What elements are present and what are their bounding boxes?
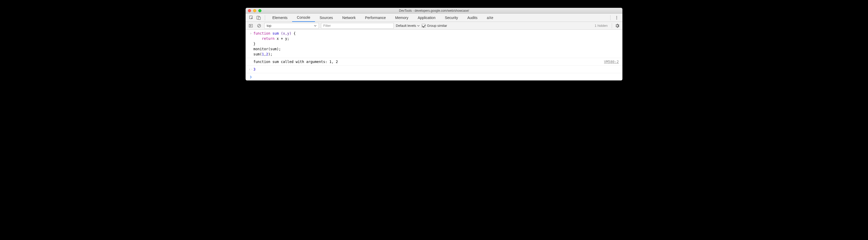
- result-value: 3: [253, 66, 620, 72]
- log-levels-selector[interactable]: Default levels: [396, 24, 420, 28]
- input-chevron-icon: ›: [248, 31, 253, 57]
- tab-label: Audits: [467, 16, 477, 20]
- context-selector[interactable]: top: [264, 23, 319, 29]
- separator: [610, 15, 611, 20]
- chevron-down-icon: [314, 24, 316, 27]
- log-gutter: [248, 59, 253, 64]
- console-body: › function sum (x,y) { return x + y; } m…: [246, 30, 622, 80]
- chevron-down-icon: [417, 24, 420, 27]
- tab-bar: Elements Console Sources Network Perform…: [246, 14, 622, 22]
- tab-audits[interactable]: Audits: [463, 14, 482, 22]
- window-title: DevTools - developers.google.com/web/sho…: [246, 9, 622, 12]
- titlebar: DevTools - developers.google.com/web/sho…: [246, 8, 622, 14]
- log-source-link[interactable]: VM580:2: [604, 59, 620, 64]
- tab-performance[interactable]: Performance: [360, 14, 390, 22]
- svg-point-5: [616, 19, 617, 19]
- devtools-window: DevTools - developers.google.com/web/sho…: [246, 8, 622, 80]
- hidden-count[interactable]: 1 hidden: [595, 24, 608, 28]
- sidebar-toggle-icon[interactable]: [248, 23, 254, 29]
- clear-console-icon[interactable]: [256, 23, 262, 29]
- console-result-row: ‹· 3: [246, 65, 622, 73]
- tab-label: Application: [417, 16, 436, 20]
- console-toolbar: top Default levels Group similar 1 hidde…: [246, 22, 622, 30]
- tab-label: Network: [342, 16, 355, 20]
- context-value: top: [267, 24, 271, 28]
- tab-memory[interactable]: Memory: [391, 14, 413, 22]
- tab-console[interactable]: Console: [292, 14, 315, 22]
- tab-label: Security: [445, 16, 458, 20]
- console-input-row[interactable]: › function sum (x,y) { return x + y; } m…: [246, 30, 622, 58]
- settings-gear-icon[interactable]: [614, 23, 620, 29]
- prompt-chevron-icon: ❯: [248, 74, 253, 79]
- svg-rect-2: [258, 17, 260, 20]
- group-similar-label: Group similar: [427, 24, 447, 28]
- levels-label: Default levels: [396, 24, 416, 28]
- checkbox-icon: [422, 24, 426, 28]
- tab-application[interactable]: Application: [413, 14, 440, 22]
- tab-label: aXe: [487, 16, 493, 20]
- separator: [265, 15, 265, 20]
- console-log-row: function sum called with arguments: 1, 2…: [246, 58, 622, 65]
- output-chevron-icon: ‹·: [248, 66, 253, 72]
- tab-label: Sources: [320, 16, 333, 20]
- tab-label: Memory: [395, 16, 408, 20]
- console-prompt-row[interactable]: ❯: [246, 73, 622, 80]
- svg-point-3: [616, 16, 617, 17]
- more-icon[interactable]: [613, 14, 620, 21]
- tab-sources[interactable]: Sources: [315, 14, 338, 22]
- tab-label: Console: [297, 15, 310, 20]
- filter-input[interactable]: [321, 23, 394, 29]
- tab-label: Performance: [365, 16, 386, 20]
- group-similar-checkbox[interactable]: Group similar: [422, 24, 447, 28]
- device-toolbar-icon[interactable]: [255, 14, 262, 21]
- log-message: function sum called with arguments: 1, 2: [253, 59, 604, 64]
- tab-axe[interactable]: aXe: [482, 14, 498, 22]
- prompt-input[interactable]: [253, 74, 620, 79]
- tab-elements[interactable]: Elements: [268, 14, 292, 22]
- tab-network[interactable]: Network: [338, 14, 360, 22]
- tab-label: Elements: [272, 16, 287, 20]
- tab-security[interactable]: Security: [440, 14, 463, 22]
- svg-point-4: [616, 17, 617, 18]
- console-input-code: function sum (x,y) { return x + y; } mon…: [253, 31, 620, 57]
- inspect-element-icon[interactable]: [248, 14, 255, 21]
